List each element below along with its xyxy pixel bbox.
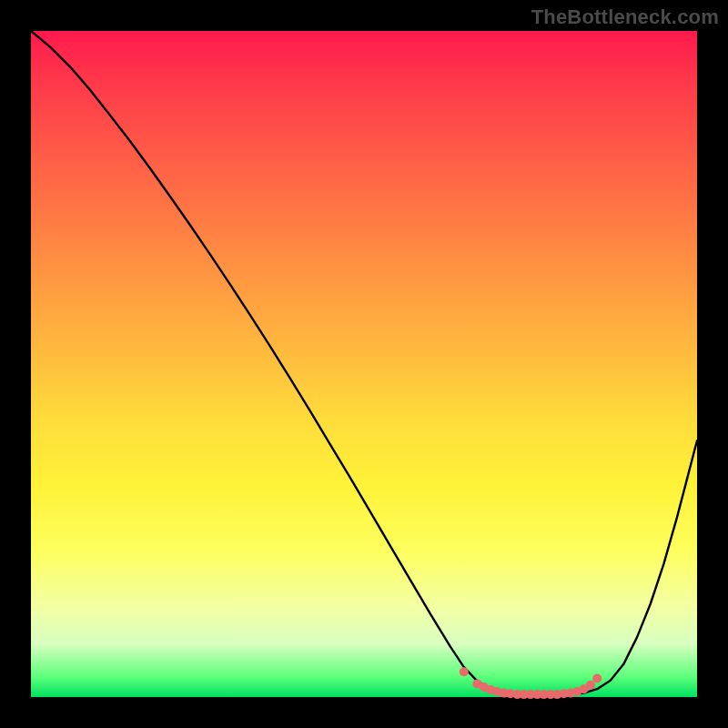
chart-frame: TheBottleneck.com	[0, 0, 728, 728]
sweet-spot-dots	[460, 667, 602, 699]
bottleneck-curve	[31, 31, 697, 695]
curve-svg	[31, 31, 697, 697]
sweet-spot-dot	[592, 674, 602, 683]
watermark-text: TheBottleneck.com	[531, 5, 719, 29]
sweet-spot-dot	[460, 667, 469, 676]
gradient-plot-area	[31, 31, 697, 697]
sweet-spot-dot	[586, 681, 595, 690]
